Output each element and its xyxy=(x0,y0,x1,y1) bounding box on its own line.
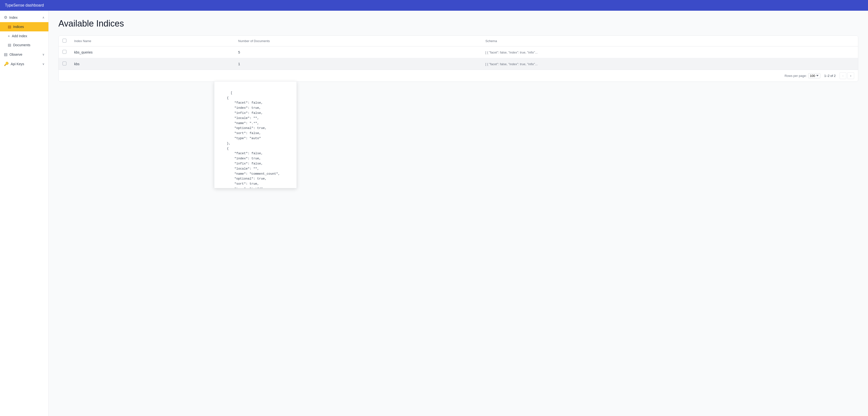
prev-page-button[interactable]: ‹ xyxy=(840,72,846,79)
sidebar-section-apikeys-label: Api Keys xyxy=(11,62,24,66)
next-page-button[interactable]: › xyxy=(847,72,854,79)
col-num-docs: Number of Documents xyxy=(234,36,482,46)
row1-schema[interactable]: [ { "facet": false, "index": true, "infi… xyxy=(482,46,858,58)
col-schema: Schema xyxy=(482,36,858,46)
row2-checkbox[interactable] xyxy=(63,62,66,65)
header-checkbox-col xyxy=(59,36,70,46)
row2-doc-count: 1 xyxy=(234,58,482,70)
sidebar-item-indices-label: Indices xyxy=(13,25,24,29)
select-all-checkbox[interactable] xyxy=(63,39,66,42)
chevron-down-icon-apikeys: ∨ xyxy=(42,62,44,66)
row1-checkbox-cell xyxy=(59,46,70,58)
schema-popover-content: [ { "facet": false, "index": true, "infi… xyxy=(219,91,280,188)
topbar-title: TypeSense dashboard xyxy=(5,3,44,7)
sidebar-section-apikeys[interactable]: 🔑 Api Keys ∨ xyxy=(0,59,49,69)
col-index-name: Index Name xyxy=(70,36,234,46)
sidebar-section-index-label: Index xyxy=(9,15,18,20)
pagination-nav: ‹ › xyxy=(840,72,854,79)
table-row: kbs 1 [ { "facet": false, "index": true,… xyxy=(59,58,858,70)
chevron-down-icon-observe: ∨ xyxy=(42,53,44,56)
chevron-up-icon: ∧ xyxy=(42,16,44,19)
rows-per-page-label: Rows per page: xyxy=(784,74,807,77)
layout: ⚙ Index ∧ ▤ Indices + Add Index ▤ Docume… xyxy=(0,11,868,416)
add-icon: + xyxy=(8,34,10,38)
main-content: Available Indices Index Name Number of D… xyxy=(49,11,868,416)
row2-schema[interactable]: [ { "facet": false, "index": true, "infi… xyxy=(482,58,858,70)
page-info: 1–2 of 2 xyxy=(824,74,836,77)
table-header-row: Index Name Number of Documents Schema xyxy=(59,36,858,46)
indices-icon: ▤ xyxy=(8,25,11,29)
row2-schema-preview[interactable]: [ { "facet": false, "index": true, "infi… xyxy=(485,62,538,66)
row1-checkbox[interactable] xyxy=(63,50,66,54)
sidebar-item-indices[interactable]: ▤ Indices xyxy=(0,22,49,31)
sidebar: ⚙ Index ∧ ▤ Indices + Add Index ▤ Docume… xyxy=(0,11,49,416)
sidebar-section-observe[interactable]: ▤ Observe ∨ xyxy=(0,50,49,59)
sidebar-item-add-index[interactable]: + Add Index xyxy=(0,31,49,40)
sidebar-item-documents-label: Documents xyxy=(13,43,30,47)
row1-schema-preview[interactable]: [ { "facet": false, "index": true, "infi… xyxy=(485,51,538,54)
sidebar-item-documents[interactable]: ▤ Documents xyxy=(0,40,49,50)
topbar: TypeSense dashboard xyxy=(0,0,868,11)
sidebar-section-index[interactable]: ⚙ Index ∧ xyxy=(0,13,49,22)
documents-icon: ▤ xyxy=(8,43,11,47)
observe-icon: ▤ xyxy=(4,52,7,57)
table-row: kbs_queries 5 [ { "facet": false, "index… xyxy=(59,46,858,58)
table-footer: Rows per page: 100 25 50 1–2 of 2 ‹ › xyxy=(59,70,858,82)
rows-per-page-select[interactable]: 100 25 50 xyxy=(808,73,820,78)
schema-popover: [ { "facet": false, "index": true, "infi… xyxy=(214,81,297,188)
rows-per-page-control: Rows per page: 100 25 50 xyxy=(784,73,820,78)
page-title: Available Indices xyxy=(58,19,858,29)
row1-index-name[interactable]: kbs_queries xyxy=(70,46,234,58)
sidebar-item-add-index-label: Add Index xyxy=(12,34,27,38)
indices-table-container: Index Name Number of Documents Schema kb… xyxy=(58,35,858,82)
row2-index-name[interactable]: kbs xyxy=(70,58,234,70)
indices-table: Index Name Number of Documents Schema kb… xyxy=(59,36,858,70)
sidebar-section-observe-label: Observe xyxy=(9,53,22,57)
gear-icon: ⚙ xyxy=(4,15,7,20)
key-icon: 🔑 xyxy=(4,62,9,66)
row1-doc-count: 5 xyxy=(234,46,482,58)
row2-checkbox-cell xyxy=(59,58,70,70)
